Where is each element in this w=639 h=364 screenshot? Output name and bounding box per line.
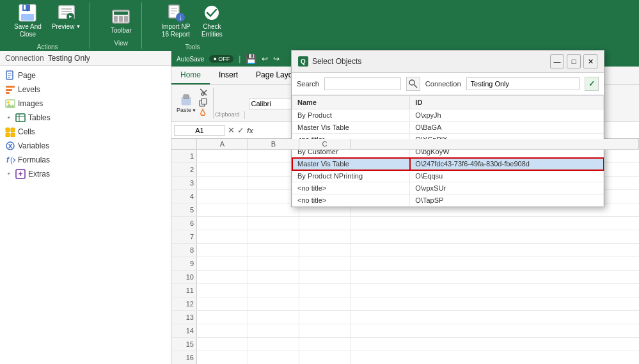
table-row[interactable]: By Product NPrintingO\Eqqsu <box>292 170 604 182</box>
row-number: 11 <box>171 284 197 297</box>
sidebar-item-variables[interactable]: x Variables <box>0 139 171 153</box>
grid-cell-B9[interactable] <box>248 257 299 270</box>
grid-cell-C15[interactable] <box>299 338 351 351</box>
dialog-title: Q Select Objects <box>298 56 361 67</box>
grid-cell-C10[interactable] <box>299 271 351 283</box>
row-number: 14 <box>171 324 197 337</box>
grid-cell-B6[interactable] <box>248 217 299 230</box>
svg-text:+: + <box>18 170 22 178</box>
dialog-maximize-button[interactable]: □ <box>567 54 581 68</box>
grid-cell-C9[interactable] <box>299 257 351 270</box>
grid-cell-C14[interactable] <box>299 324 351 337</box>
dialog-close-button[interactable]: ✕ <box>583 54 597 68</box>
grid-cell-B16[interactable] <box>248 351 299 364</box>
table-row[interactable]: Master Vis TableO\247fdc43-73f6-49fa-830… <box>292 158 604 170</box>
grid-cell-B10[interactable] <box>248 271 299 283</box>
paste-button[interactable]: Paste ▼ <box>177 93 196 113</box>
grid-cell-A16[interactable] <box>197 351 248 364</box>
col-header-a[interactable]: A <box>197 139 248 149</box>
sidebar-item-tables[interactable]: + Tables <box>0 111 171 125</box>
table-row[interactable]: Master Vis TableO\BaGA <box>292 122 604 134</box>
grid-cell-B14[interactable] <box>248 324 299 337</box>
import-button[interactable]: ↓ Import NP 16 Report <box>157 1 194 40</box>
sidebar-tables-label: Tables <box>28 113 51 122</box>
cut-button[interactable] <box>199 88 208 97</box>
formula-function-icon[interactable]: fx <box>247 127 253 134</box>
sidebar-item-page[interactable]: Page <box>0 68 171 83</box>
grid-cell-A9[interactable] <box>197 257 248 270</box>
sidebar-cells-label: Cells <box>18 127 35 136</box>
col-header-c[interactable]: C <box>299 139 351 149</box>
grid-cell-A4[interactable] <box>197 190 248 203</box>
formula-confirm-icon[interactable]: ✓ <box>237 125 244 135</box>
grid-cell-C12[interactable] <box>299 297 351 310</box>
grid-cell-B13[interactable] <box>248 311 299 324</box>
grid-cell-B8[interactable] <box>248 244 299 257</box>
grid-cell-extra <box>351 351 639 364</box>
sidebar-levels-label: Levels <box>18 85 40 94</box>
undo-button[interactable]: ↩ <box>262 54 268 63</box>
connection-bar: Connection Testing Only <box>0 51 171 66</box>
redo-button[interactable]: ↪ <box>273 54 280 63</box>
grid-cell-extra <box>351 230 639 243</box>
svg-rect-22 <box>204 5 219 20</box>
grid-cell-A10[interactable] <box>197 271 248 283</box>
grid-cell-A2[interactable] <box>197 163 248 176</box>
dialog-minimize-button[interactable]: — <box>550 54 564 68</box>
sidebar-item-levels[interactable]: Levels <box>0 83 171 97</box>
table-row[interactable]: <no title>O\vpxSUr <box>292 182 604 194</box>
svg-rect-49 <box>201 99 207 104</box>
grid-cell-A13[interactable] <box>197 311 248 324</box>
grid-cell-A8[interactable] <box>197 244 248 257</box>
grid-cell-B7[interactable] <box>248 230 299 243</box>
sidebar-item-extras[interactable]: + + Extras <box>0 167 171 181</box>
tab-insert[interactable]: Insert <box>210 67 247 84</box>
grid-cell-C8[interactable] <box>299 244 351 257</box>
cell-reference-input[interactable] <box>174 125 225 136</box>
tab-home[interactable]: Home <box>171 67 210 84</box>
grid-cell-A1[interactable] <box>197 150 248 162</box>
grid-cell-C6[interactable] <box>299 217 351 230</box>
sidebar-formulas-label: Formulas <box>18 155 50 164</box>
grid-cell-B11[interactable] <box>248 284 299 297</box>
format-painter-button[interactable] <box>199 108 208 119</box>
table-row: 10 <box>171 271 639 284</box>
grid-cell-A15[interactable] <box>197 338 248 351</box>
grid-cell-A12[interactable] <box>197 297 248 310</box>
autosave-toggle[interactable]: ● OFF <box>209 55 233 63</box>
grid-cell-C11[interactable] <box>299 284 351 297</box>
grid-cell-B12[interactable] <box>248 297 299 310</box>
grid-cell-C7[interactable] <box>299 230 351 243</box>
grid-cell-A3[interactable] <box>197 177 248 189</box>
grid-cell-A11[interactable] <box>197 284 248 297</box>
save-close-button[interactable]: ↓ Save And Close <box>10 1 45 40</box>
sidebar-item-cells[interactable]: Cells <box>0 125 171 139</box>
dialog-search-button[interactable] <box>406 77 420 91</box>
table-row[interactable]: By ProductO\xpyJh <box>292 109 604 122</box>
object-id-cell: O\vpxSUr <box>410 182 604 194</box>
grid-cell-A14[interactable] <box>197 324 248 337</box>
table-row[interactable]: <no title>O\TapSP <box>292 194 604 207</box>
grid-column-headers: A B C <box>171 139 639 150</box>
col-header-b[interactable]: B <box>248 139 299 149</box>
grid-cell-A6[interactable] <box>197 217 248 230</box>
dialog-connection-input[interactable] <box>466 77 580 90</box>
save-icon-excel[interactable]: 💾 <box>246 54 256 64</box>
grid-cell-A5[interactable] <box>197 203 248 216</box>
import-icon: ↓ <box>166 3 186 23</box>
table-row: 14 <box>171 324 639 338</box>
dialog-connection-button[interactable]: ✓ <box>585 77 599 91</box>
copy-button[interactable] <box>199 98 208 107</box>
sidebar-item-formulas[interactable]: f (x) Formulas <box>0 153 171 167</box>
toolbar-button[interactable]: Toolbar <box>106 5 136 36</box>
formula-cancel-icon[interactable]: ✕ <box>228 125 235 135</box>
dialog-search-input[interactable] <box>324 77 401 90</box>
connection-value: Testing Only <box>48 54 90 63</box>
grid-cell-C13[interactable] <box>299 311 351 324</box>
check-entities-button[interactable]: Check Entities <box>196 1 227 40</box>
grid-cell-B15[interactable] <box>248 338 299 351</box>
grid-cell-C16[interactable] <box>299 351 351 364</box>
grid-cell-A7[interactable] <box>197 230 248 243</box>
preview-button[interactable]: Preview ▼ <box>48 1 85 40</box>
sidebar-item-images[interactable]: Images <box>0 97 171 111</box>
